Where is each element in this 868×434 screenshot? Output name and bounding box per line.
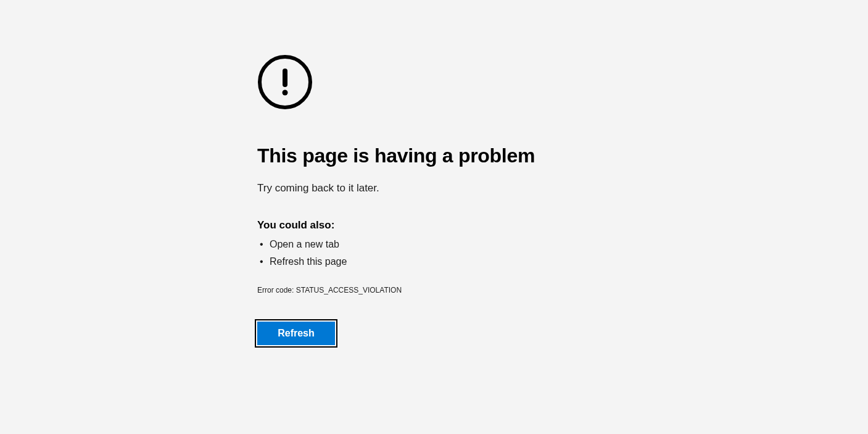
alert-circle-icon xyxy=(257,54,313,110)
svg-point-2 xyxy=(283,90,288,96)
svg-rect-1 xyxy=(283,69,287,87)
refresh-button[interactable]: Refresh xyxy=(257,322,335,345)
error-page-container: This page is having a problem Try coming… xyxy=(257,54,627,345)
error-heading: This page is having a problem xyxy=(257,144,627,167)
error-subtext: Try coming back to it later. xyxy=(257,182,627,194)
suggestion-item: Open a new tab xyxy=(260,239,627,250)
suggestion-list: Open a new tab Refresh this page xyxy=(257,239,627,267)
suggestion-item: Refresh this page xyxy=(260,256,627,267)
error-code-text: Error code: STATUS_ACCESS_VIOLATION xyxy=(257,286,627,294)
suggestion-heading: You could also: xyxy=(257,219,627,232)
